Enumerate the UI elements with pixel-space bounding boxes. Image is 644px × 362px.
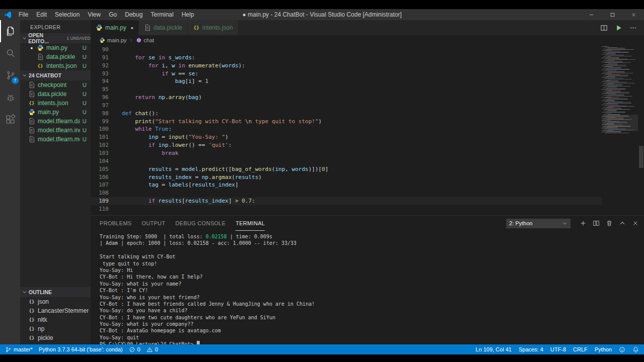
- notifications-bell[interactable]: [632, 346, 639, 353]
- breadcrumb[interactable]: main.pychat: [91, 35, 644, 45]
- outline-header[interactable]: OUTLINE: [20, 287, 91, 297]
- git-status-badge: U: [83, 100, 87, 106]
- code-line: 106 results_index = np.argmax(results): [91, 173, 602, 182]
- feedback-smiley[interactable]: [619, 346, 625, 353]
- open-editor-item[interactable]: {}intents.jsonU: [20, 61, 91, 70]
- terminal-line: | Adam | epoch: 1000 | loss: 0.02158 - a…: [100, 240, 644, 246]
- terminal-text: You-Say: Hi: [100, 267, 133, 273]
- code-token: [175, 62, 179, 69]
- close-button[interactable]: [623, 9, 644, 20]
- line-number: 90: [91, 46, 109, 54]
- activity-debug[interactable]: [0, 86, 20, 109]
- terminal-shell-select[interactable]: 2: Python: [506, 219, 571, 228]
- menu-debug[interactable]: Debug: [121, 9, 146, 20]
- activity-explorer[interactable]: [0, 20, 20, 42]
- explorer-sidebar: EXPLORER OPEN EDITO... 1 UNSAVED ●main.p…: [20, 20, 91, 344]
- minimap[interactable]: [602, 45, 638, 215]
- file-item[interactable]: main.pyU: [20, 108, 91, 117]
- shell-select-value: 2: Python: [509, 220, 532, 226]
- add-button[interactable]: [580, 220, 587, 227]
- eol[interactable]: CRLF: [573, 346, 588, 352]
- tab-data.pickle[interactable]: data.pickle: [139, 20, 188, 35]
- indentation[interactable]: Spaces: 4: [519, 346, 543, 352]
- code-token: enumerate: [188, 62, 218, 69]
- panel-tab-terminal[interactable]: TERMINAL: [235, 216, 265, 231]
- tab-intents.json[interactable]: {}intents.json: [188, 20, 238, 35]
- split-editor-button[interactable]: [600, 24, 608, 32]
- file-item[interactable]: data.pickleU: [20, 89, 91, 99]
- file-item[interactable]: checkpointU: [20, 80, 91, 89]
- python-interpreter[interactable]: Python 3.7.3 64-bit ('base': conda): [39, 346, 123, 352]
- activity-search[interactable]: [0, 42, 20, 64]
- menu-file[interactable]: File: [15, 9, 32, 20]
- git-branch-status[interactable]: master*: [5, 346, 33, 353]
- outline-item[interactable]: {}LancasterStemmer: [20, 306, 91, 315]
- activity-extensions[interactable]: [0, 109, 20, 131]
- breadcrumb-file[interactable]: main.py: [107, 37, 127, 43]
- code-text: tag = labels[results_index]: [122, 181, 238, 189]
- panel-tab-debug-console[interactable]: DEBUG CONSOLE: [176, 216, 226, 231]
- menu-selection[interactable]: Selection: [51, 9, 84, 20]
- file-item[interactable]: model.tflearn.da...U: [20, 117, 91, 126]
- code-token: True: [155, 126, 169, 132]
- error-count[interactable]: 0: [129, 346, 140, 353]
- terminal-line: CY-Bot : Hi there, how can I help?: [100, 274, 644, 280]
- minimize-button[interactable]: [581, 9, 602, 20]
- folder-header[interactable]: 24 CHATBOT: [20, 70, 91, 80]
- open-editors-header[interactable]: OPEN EDITO... 1 UNSAVED: [20, 33, 91, 43]
- file-name: intents.json: [38, 100, 68, 107]
- code-token: [122, 166, 148, 172]
- file-item[interactable]: model.tflearn.ind...U: [20, 126, 91, 135]
- outline-item[interactable]: {}np: [20, 324, 91, 333]
- menu-edit[interactable]: Edit: [32, 9, 51, 20]
- code-token: (: [185, 94, 189, 101]
- run-button[interactable]: [615, 24, 622, 32]
- file-name: data.pickle: [38, 90, 66, 98]
- method-icon: [136, 37, 142, 43]
- warning-count[interactable]: 0: [146, 346, 158, 353]
- terminal-output[interactable]: Training Step: 5000 | total loss: 0.0215…: [91, 231, 644, 344]
- cursor-position[interactable]: Ln 109, Col 41: [475, 346, 512, 352]
- menu-go[interactable]: Go: [105, 9, 121, 20]
- file-item[interactable]: model.tflearn.me...U: [20, 135, 91, 144]
- terminal-line: You-Say: what is your company??: [100, 321, 644, 327]
- breadcrumb-symbol[interactable]: chat: [144, 37, 154, 43]
- file-item[interactable]: {}intents.jsonU: [20, 99, 91, 108]
- split-button[interactable]: [593, 220, 600, 227]
- panel-tab-problems[interactable]: PROBLEMS: [100, 216, 132, 231]
- panel-tab-output[interactable]: OUTPUT: [142, 216, 166, 231]
- file-tree: checkpointUdata.pickleU{}intents.jsonUma…: [20, 80, 91, 144]
- outline-item[interactable]: {}pickle: [20, 333, 91, 342]
- tab-main.py[interactable]: main.py●: [91, 20, 139, 35]
- menu-bar: FileEditSelectionViewGoDebugTerminalHelp: [15, 9, 198, 20]
- cursor-position-label: Ln 109, Col 41: [475, 346, 512, 352]
- file-icon: [28, 136, 35, 143]
- editor-scrollbar[interactable]: [639, 146, 643, 168]
- code-token: .: [208, 174, 212, 180]
- code-token: input: [169, 134, 185, 140]
- code-token: results_index: [148, 174, 192, 180]
- menu-help[interactable]: Help: [178, 9, 198, 20]
- trash-button[interactable]: [606, 220, 613, 227]
- open-editor-item[interactable]: ●main.pyU: [20, 43, 91, 52]
- scm-changes-badge: 7: [12, 77, 19, 84]
- more-button[interactable]: [629, 24, 637, 32]
- activity-source-control[interactable]: 7: [0, 64, 20, 86]
- maximize-button[interactable]: [602, 9, 623, 20]
- encoding[interactable]: UTF-8: [550, 346, 566, 352]
- language-mode[interactable]: Python: [595, 346, 612, 352]
- code-token: inp: [148, 134, 158, 140]
- code-token: [122, 70, 162, 77]
- outline-item[interactable]: {}json: [20, 297, 91, 306]
- menu-view[interactable]: View: [84, 9, 105, 20]
- panel-actions: 2: Python: [506, 219, 639, 228]
- code-editor[interactable]: 9091 for se in s_words:92 for i, w in en…: [91, 45, 602, 215]
- outline-item[interactable]: {}nltk: [20, 315, 91, 324]
- menu-terminal[interactable]: Terminal: [147, 9, 178, 20]
- close-button[interactable]: [632, 220, 639, 227]
- open-editor-item[interactable]: data.pickleU: [20, 52, 91, 61]
- minimap-line: [605, 133, 629, 133]
- status-bar: master*Python 3.7.3 64-bit ('base': cond…: [0, 344, 644, 354]
- chevron-up-button[interactable]: [619, 220, 626, 227]
- code-token: [155, 54, 158, 61]
